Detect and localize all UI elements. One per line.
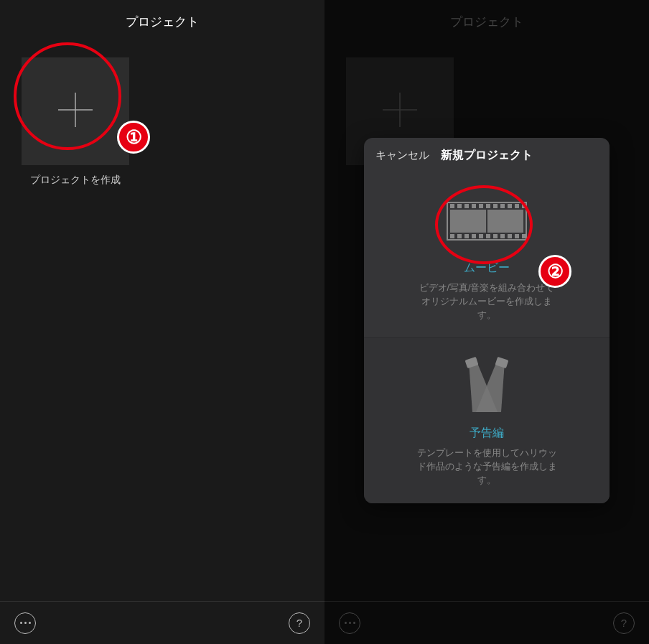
svg-rect-13 [493, 204, 498, 208]
new-project-modal: キャンセル 新規プロジェクト ムービー ビデオ/写真/音楽を組み合わせて オリジ… [364, 138, 610, 503]
trailer-option[interactable]: 予告編 テンプレートを使用してハリウッ ド作品のような予告編を作成しま す。 [364, 337, 610, 503]
movie-option-title: ムービー [378, 261, 595, 276]
svg-rect-26 [508, 234, 512, 238]
svg-rect-9 [464, 204, 469, 208]
movie-option[interactable]: ムービー ビデオ/写真/音楽を組み合わせて オリジナルムービーを作成しま す。 [364, 173, 610, 337]
create-project-tile[interactable] [22, 57, 129, 165]
svg-rect-7 [450, 204, 454, 208]
screen-projects: プロジェクト プロジェクトを作成 ① ? [0, 0, 324, 644]
svg-rect-14 [500, 204, 505, 208]
help-button[interactable]: ? [613, 612, 635, 634]
page-title: プロジェクト [324, 0, 649, 43]
svg-rect-23 [486, 234, 490, 238]
content-area: プロジェクトを作成 ① [0, 43, 324, 601]
page-title: プロジェクト [0, 0, 324, 43]
ellipsis-icon [345, 622, 355, 624]
svg-rect-18 [450, 234, 454, 238]
help-button[interactable]: ? [289, 612, 310, 634]
svg-rect-11 [479, 204, 483, 208]
screen-projects-modal: プロジェクト ? キャンセル 新規プロジェクト [324, 0, 649, 644]
bottom-toolbar: ? [0, 601, 324, 644]
bottom-toolbar: ? [324, 601, 649, 644]
svg-rect-25 [500, 234, 505, 238]
more-button[interactable] [14, 612, 36, 634]
create-project-label: プロジェクトを作成 [22, 174, 129, 187]
trailer-option-title: 予告編 [378, 426, 595, 441]
svg-rect-12 [486, 204, 490, 208]
svg-rect-22 [479, 234, 483, 238]
svg-rect-8 [457, 204, 462, 208]
cancel-button[interactable]: キャンセル [375, 149, 429, 162]
modal-header: キャンセル 新規プロジェクト [364, 138, 610, 173]
movie-option-desc: ビデオ/写真/音楽を組み合わせて オリジナルムービーを作成しま す。 [378, 281, 595, 322]
spotlight-icon [378, 354, 595, 419]
svg-rect-15 [508, 204, 512, 208]
svg-rect-21 [472, 234, 476, 238]
svg-rect-10 [472, 204, 476, 208]
svg-rect-5 [450, 210, 486, 233]
filmstrip-icon [378, 189, 595, 253]
question-icon: ? [621, 617, 627, 629]
svg-rect-6 [487, 210, 523, 233]
trailer-option-desc: テンプレートを使用してハリウッ ド作品のような予告編を作成しま す。 [378, 447, 595, 487]
more-button[interactable] [339, 612, 360, 634]
plus-icon [377, 87, 423, 136]
svg-rect-24 [493, 234, 498, 238]
ellipsis-icon [20, 622, 31, 624]
svg-rect-28 [522, 234, 526, 238]
svg-rect-27 [515, 234, 519, 238]
plus-icon [52, 87, 98, 136]
question-icon: ? [297, 617, 302, 629]
svg-rect-17 [522, 204, 526, 208]
svg-rect-16 [515, 204, 519, 208]
svg-rect-20 [464, 234, 469, 238]
svg-rect-19 [457, 234, 462, 238]
